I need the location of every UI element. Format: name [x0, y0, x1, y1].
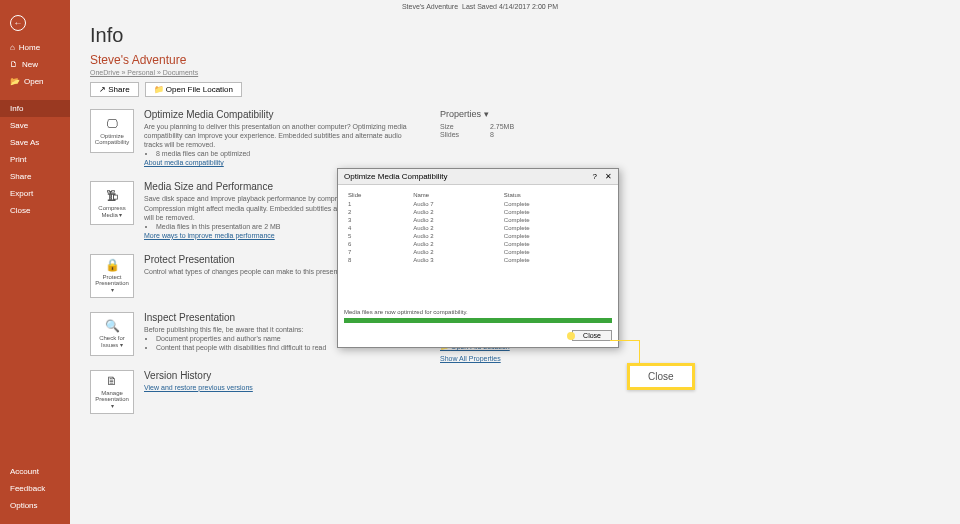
open-icon: 📂: [10, 77, 20, 86]
improve-perf-link[interactable]: More ways to improve media performance: [144, 232, 275, 239]
doc-title: Steve's Adventure: [90, 53, 940, 67]
sidebar-item-new[interactable]: 🗋New: [0, 56, 70, 73]
compress-icon: 🗜: [106, 189, 118, 203]
dialog-help-icon[interactable]: ?: [593, 172, 597, 181]
compress-media-button[interactable]: 🗜Compress Media ▾: [90, 181, 134, 225]
titlebar: Steve's Adventure Last Saved 4/14/2017 2…: [0, 0, 960, 12]
col-slide: Slide: [346, 191, 409, 199]
sidebar-item-open[interactable]: 📂Open: [0, 73, 70, 90]
sidebar-item-saveas[interactable]: Save As: [0, 134, 70, 151]
progress-bar: [344, 318, 612, 323]
sidebar-item-home[interactable]: ⌂Home: [0, 39, 70, 56]
sidebar-item-save[interactable]: Save: [0, 117, 70, 134]
protect-button[interactable]: 🔒Protect Presentation ▾: [90, 254, 134, 298]
table-row: 5Audio 2Complete: [346, 233, 610, 239]
optimize-title: Optimize Media Compatibility: [144, 109, 420, 120]
titlebar-doc: Steve's Adventure: [402, 3, 458, 10]
titlebar-saved: Last Saved 4/14/2017 2:00 PM: [462, 3, 558, 10]
dialog-close-icon[interactable]: ✕: [605, 172, 612, 181]
table-row: 6Audio 2Complete: [346, 241, 610, 247]
optimize-compatibility-button[interactable]: 🖵Optimize Compatibility: [90, 109, 134, 153]
col-status: Status: [502, 191, 610, 199]
open-file-location-button[interactable]: 📁 Open File Location: [145, 82, 242, 97]
sidebar-item-close[interactable]: Close: [0, 202, 70, 219]
sidebar-item-print[interactable]: Print: [0, 151, 70, 168]
sidebar-item-options[interactable]: Options: [0, 497, 70, 514]
manage-icon: 🗎: [106, 374, 118, 388]
table-row: 8Audio 3Complete: [346, 257, 610, 263]
prop-size-value: 2.75MB: [490, 123, 514, 130]
sidebar-item-export[interactable]: Export: [0, 185, 70, 202]
sidebar-item-feedback[interactable]: Feedback: [0, 480, 70, 497]
prop-slides-value: 8: [490, 131, 494, 138]
table-row: 3Audio 2Complete: [346, 217, 610, 223]
sidebar-item-share[interactable]: Share: [0, 168, 70, 185]
dialog-title: Optimize Media Compatibility: [344, 172, 448, 181]
version-history-link[interactable]: View and restore previous versions: [144, 384, 253, 391]
sidebar-item-info[interactable]: Info: [0, 100, 70, 117]
dialog-close-button[interactable]: Close: [572, 330, 612, 341]
optimize-icon: 🖵: [106, 117, 118, 131]
home-icon: ⌂: [10, 43, 15, 52]
optimize-text: Are you planning to deliver this present…: [144, 122, 420, 167]
sidebar-item-account[interactable]: Account: [0, 463, 70, 480]
optimize-dialog: Optimize Media Compatibility ? ✕ Slide N…: [337, 168, 619, 348]
backstage-sidebar: ← ⌂Home 🗋New 📂Open Info Save Save As Pri…: [0, 0, 70, 524]
callout-box: Close: [627, 363, 695, 390]
check-issues-button[interactable]: 🔍Check for Issues ▾: [90, 312, 134, 356]
table-row: 7Audio 2Complete: [346, 249, 610, 255]
optimize-table: Slide Name Status 1Audio 7Complete2Audio…: [344, 189, 612, 265]
table-row: 4Audio 2Complete: [346, 225, 610, 231]
new-icon: 🗋: [10, 60, 18, 69]
page-title: Info: [90, 24, 940, 47]
version-title: Version History: [144, 370, 420, 381]
table-row: 2Audio 2Complete: [346, 209, 610, 215]
about-compat-link[interactable]: About media compatibility: [144, 159, 224, 166]
share-button[interactable]: ↗ Share: [90, 82, 139, 97]
dialog-message: Media files are now optimized for compat…: [338, 269, 618, 317]
back-button[interactable]: ←: [10, 15, 26, 31]
doc-path[interactable]: OneDrive » Personal » Documents: [90, 69, 940, 76]
col-name: Name: [411, 191, 500, 199]
table-row: 1Audio 7Complete: [346, 201, 610, 207]
properties-heading[interactable]: Properties ▾: [440, 109, 640, 119]
prop-slides-label: Slides: [440, 131, 490, 138]
dialog-titlebar: Optimize Media Compatibility ? ✕: [338, 169, 618, 185]
inspect-icon: 🔍: [105, 319, 120, 333]
callout-marker: [567, 332, 575, 340]
manage-presentation-button[interactable]: 🗎Manage Presentation ▾: [90, 370, 134, 414]
prop-size-label: Size: [440, 123, 490, 130]
lock-icon: 🔒: [105, 258, 120, 272]
